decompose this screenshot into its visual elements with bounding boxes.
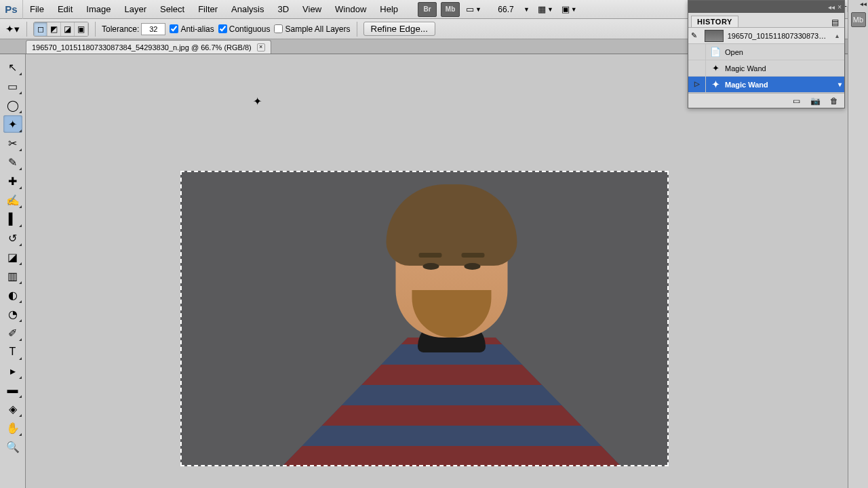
dodge-tool[interactable]: ◔ — [3, 305, 22, 323]
panel-menu-icon[interactable]: ▤ — [829, 18, 842, 27]
document-tab[interactable]: 196570_10151180733087384_54293830_n.jpg … — [26, 40, 271, 54]
history-doc-name: 196570_1015118073308738... — [728, 32, 829, 40]
history-state-label: Open — [725, 48, 743, 56]
lasso-tool[interactable]: ◯ — [3, 96, 22, 114]
current-tool-icon[interactable]: ✦▾ — [4, 21, 20, 37]
history-state-label: Magic Wand — [725, 64, 766, 73]
3d-tool[interactable]: ◈ — [3, 400, 22, 418]
eyedropper-tool[interactable]: ✎ — [3, 153, 22, 171]
right-dock: ◂◂ Mb — [848, 0, 868, 488]
history-doc-thumb — [705, 30, 724, 42]
type-tool[interactable]: T — [3, 343, 22, 361]
app-logo: Ps — [0, 0, 23, 19]
zoom-value[interactable]: 66.7 — [490, 5, 522, 14]
menu-file[interactable]: File — [23, 0, 51, 18]
selection-add-button[interactable]: ◩ — [47, 22, 61, 36]
tolerance-input[interactable] — [141, 23, 165, 35]
history-state-label: Magic Wand — [725, 81, 768, 89]
marquee-tool[interactable]: ▭ — [3, 77, 22, 95]
document-tab-title: 196570_10151180733087384_54293830_n.jpg … — [32, 43, 252, 52]
contiguous-checkbox[interactable]: Contiguous — [218, 24, 271, 34]
history-panel-footer: ▭ 📷 🗑 — [688, 93, 844, 108]
menu-image[interactable]: Image — [79, 0, 117, 18]
create-document-from-state-icon[interactable]: ▭ — [790, 96, 802, 106]
blur-tool[interactable]: ◐ — [3, 286, 22, 304]
menu-help[interactable]: Help — [373, 0, 405, 18]
menu-3d[interactable]: 3D — [271, 0, 296, 18]
close-document-icon[interactable]: × — [257, 43, 265, 52]
new-snapshot-icon[interactable]: 📷 — [809, 96, 821, 106]
panel-collapse-icon[interactable]: ◂◂ — [828, 3, 835, 11]
zoom-tool[interactable]: 🔍 — [3, 438, 22, 455]
hand-tool[interactable]: ✋ — [3, 419, 22, 436]
history-state-row[interactable]: 📄Open — [688, 44, 844, 60]
shape-tool[interactable]: ▬ — [3, 381, 22, 399]
selection-mode-group: ◻ ◩ ◪ ▣ — [33, 22, 89, 37]
history-state-icon: 📄 — [709, 46, 722, 58]
tolerance-label: Tolerance: — [102, 23, 165, 35]
magic-wand-tool[interactable]: ✦ — [3, 115, 22, 133]
arrange-documents-dropdown[interactable]: ▦▼ — [534, 2, 557, 17]
pen-tool[interactable]: ✐ — [3, 324, 22, 342]
clone-stamp-tool[interactable]: ▌ — [3, 210, 22, 228]
launch-bridge-button[interactable]: Br — [418, 2, 437, 17]
sample-all-layers-checkbox[interactable]: Sample All Layers — [274, 24, 350, 34]
history-panel: ◂◂ × HISTORY ▤ ✎ 196570_1015118073308738… — [688, 0, 845, 108]
path-selection-tool[interactable]: ▸ — [3, 362, 22, 380]
history-state-row[interactable]: ✦Magic Wand▾ — [688, 77, 844, 93]
brush-tool[interactable]: ✍ — [3, 191, 22, 209]
refine-edge-button[interactable]: Refine Edge... — [363, 22, 435, 36]
canvas-area[interactable]: ✦ — [26, 54, 868, 488]
menu-window[interactable]: Window — [328, 0, 373, 18]
panel-close-icon[interactable]: × — [837, 3, 842, 11]
menu-select[interactable]: Select — [153, 0, 191, 18]
menu-layer[interactable]: Layer — [118, 0, 154, 18]
healing-brush-tool[interactable]: ✚ — [3, 172, 22, 190]
menu-analysis[interactable]: Analysis — [224, 0, 271, 18]
dock-collapse-icon[interactable]: ◂◂ — [860, 0, 867, 7]
history-tab[interactable]: HISTORY — [691, 16, 738, 27]
menu-view[interactable]: View — [296, 0, 328, 18]
eraser-tool[interactable]: ◪ — [3, 248, 22, 266]
menu-filter[interactable]: Filter — [191, 0, 224, 18]
history-brush-tool[interactable]: ↺ — [3, 229, 22, 247]
zoom-level-dropdown[interactable]: 66.7▼ — [486, 2, 534, 17]
delete-state-icon[interactable]: 🗑 — [828, 96, 840, 106]
history-state-icon: ✦ — [709, 62, 722, 75]
history-state-icon: ✦ — [709, 79, 722, 91]
tool-panel: ↖ ▭ ◯ ✦ ✂ ✎ ✚ ✍ ▌ ↺ ◪ ▥ ◐ ◔ ✐ T ▸ ▬ ◈ ✋ … — [0, 54, 26, 488]
antialias-checkbox[interactable]: Anti-alias — [170, 24, 214, 34]
menu-edit[interactable]: Edit — [51, 0, 79, 18]
history-document-row[interactable]: ✎ 196570_1015118073308738... ▴ — [688, 28, 844, 44]
magic-wand-cursor-icon: ✦ — [253, 95, 262, 108]
move-tool[interactable]: ↖ — [3, 58, 22, 76]
history-state-row[interactable]: ✦Magic Wand — [688, 60, 844, 77]
selection-intersect-button[interactable]: ▣ — [75, 22, 88, 36]
selection-subtract-button[interactable]: ◪ — [61, 22, 75, 36]
crop-tool[interactable]: ✂ — [3, 134, 22, 152]
gradient-tool[interactable]: ▥ — [3, 267, 22, 285]
minibridge-dock-icon[interactable]: Mb — [851, 12, 866, 27]
selection-new-button[interactable]: ◻ — [34, 22, 47, 36]
launch-minibridge-button[interactable]: Mb — [441, 2, 460, 17]
screen-mode-dropdown[interactable]: ▣▼ — [557, 2, 581, 17]
view-extras-dropdown[interactable]: ▭▼ — [462, 2, 486, 17]
document-image — [180, 171, 669, 466]
